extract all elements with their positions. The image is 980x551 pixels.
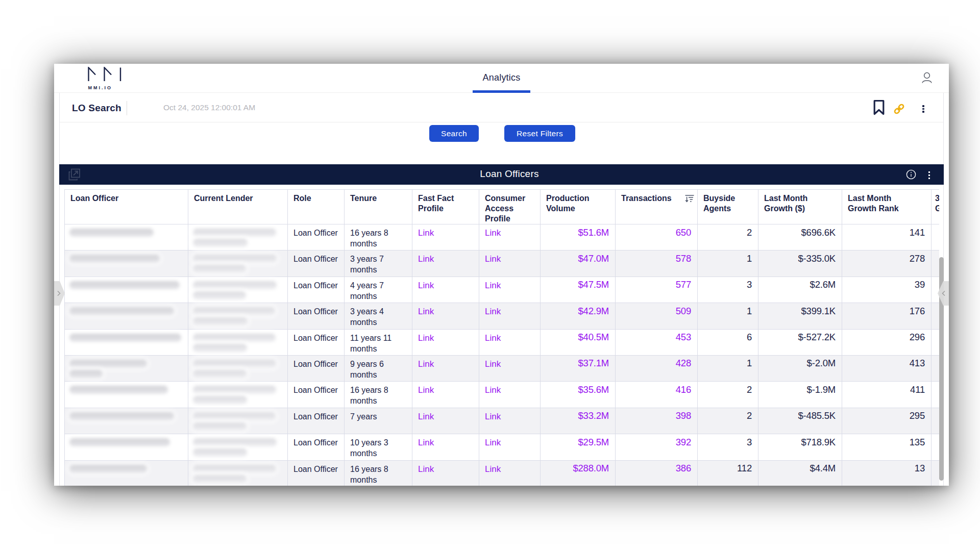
svg-text:MMI.IO: MMI.IO	[88, 85, 113, 90]
